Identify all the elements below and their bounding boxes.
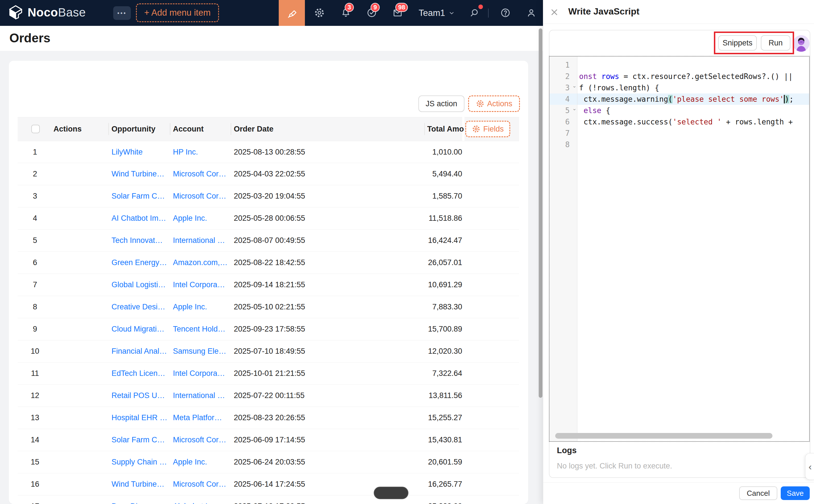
- row-index: 14: [25, 429, 45, 451]
- opportunity-link[interactable]: Wind Turbine…: [111, 473, 170, 495]
- account-link[interactable]: HP Inc.: [173, 141, 230, 163]
- total-amount-value: 15,700.89: [382, 318, 462, 340]
- opportunity-link[interactable]: Retail POS U…: [111, 385, 170, 407]
- search-icon: [469, 7, 479, 18]
- code-line[interactable]: ctx.message.success('selected ' + rows.l…: [577, 116, 810, 128]
- opportunity-link[interactable]: Hospital EHR …: [111, 407, 170, 429]
- snippets-button[interactable]: Snippets: [718, 35, 757, 51]
- opportunity-link[interactable]: Solar Farm C…: [111, 429, 170, 451]
- ui-editor-toggle-button[interactable]: [279, 0, 305, 26]
- total-amount-value: 10,691.29: [382, 274, 462, 296]
- account-link[interactable]: Intel Corpora…: [173, 363, 230, 384]
- code-token-string: 'selected ': [673, 118, 722, 126]
- order-date-value: 2025-08-22 18:42:55: [234, 252, 328, 274]
- cancel-button[interactable]: Cancel: [739, 486, 777, 500]
- account-link[interactable]: Apple Inc.: [173, 207, 230, 229]
- total-amount-value: 5,494.40: [382, 163, 462, 185]
- opportunity-link[interactable]: Financial Anal…: [111, 340, 170, 362]
- total-amount-value: 1,010.00: [382, 141, 462, 163]
- panel-collapse-button[interactable]: ‹: [805, 453, 814, 480]
- fold-chevron-icon[interactable]: ⌄: [572, 83, 576, 89]
- page-scrollbar-thumb[interactable]: [539, 28, 542, 398]
- account-link[interactable]: Microsoft Cor…: [173, 429, 230, 451]
- save-button[interactable]: Save: [781, 486, 810, 500]
- help-icon: [500, 7, 511, 18]
- opportunity-link[interactable]: Supply Chain …: [111, 451, 170, 473]
- js-action-button[interactable]: JS action: [418, 95, 464, 112]
- code-editor[interactable]: 123⌄45⌄678 onst rows = ctx.resource?.get…: [549, 56, 810, 442]
- close-icon[interactable]: [549, 7, 559, 17]
- code-token-string: 'please select some rows': [673, 95, 784, 103]
- navbar-divider: [488, 9, 489, 18]
- help-button[interactable]: [500, 7, 511, 19]
- opportunity-link[interactable]: Green Energy…: [111, 252, 170, 274]
- code-token-plain: ;: [789, 95, 794, 103]
- opportunity-link[interactable]: LilyWhite: [111, 141, 170, 163]
- code-line[interactable]: [577, 59, 810, 71]
- assistant-avatar[interactable]: [793, 35, 809, 52]
- code-line[interactable]: onst rows = ctx.resource?.getSelectedRow…: [577, 71, 810, 82]
- code-line[interactable]: else {: [577, 105, 810, 116]
- row-index: 15: [25, 451, 45, 473]
- add-menu-item-button[interactable]: + Add menu item: [136, 3, 219, 22]
- chevron-down-icon: [448, 10, 455, 16]
- total-amount-value: 12,020.30: [382, 340, 462, 362]
- account-link[interactable]: Microsoft Cor…: [173, 163, 230, 185]
- account-link[interactable]: International …: [173, 230, 230, 251]
- account-link[interactable]: Tencent Hold…: [173, 318, 230, 340]
- account-link[interactable]: Intel Corpora…: [173, 274, 230, 296]
- code-token-plain: ctx.message.warning: [579, 95, 668, 103]
- code-line[interactable]: f (!rows.length) {: [577, 82, 810, 93]
- line-number: 4: [565, 93, 570, 105]
- configure-fields-button[interactable]: Fields: [465, 121, 510, 137]
- account-link[interactable]: Samsung Ele…: [173, 340, 230, 362]
- total-amount-value: 1,585.70: [382, 185, 462, 207]
- opportunity-link[interactable]: Solar Farm C…: [111, 185, 170, 207]
- account-link[interactable]: Microsoft Cor…: [173, 185, 230, 207]
- editor-horizontal-scrollbar-thumb[interactable]: [555, 433, 773, 439]
- column-header-order-date[interactable]: Order Date: [234, 117, 328, 141]
- account-link[interactable]: Amazon.com,…: [173, 252, 230, 274]
- search-button[interactable]: [469, 7, 479, 19]
- opportunity-link[interactable]: EdTech Licen…: [111, 363, 170, 384]
- account-link[interactable]: Meta Platfor…: [173, 407, 230, 429]
- account-link[interactable]: Apple Inc.: [173, 296, 230, 318]
- fold-chevron-icon[interactable]: ⌄: [572, 105, 576, 112]
- nocobase-logo[interactable]: NocoBase: [8, 5, 86, 20]
- run-button[interactable]: Run: [761, 35, 790, 51]
- column-header-account[interactable]: Account: [173, 117, 230, 141]
- code-line[interactable]: [577, 139, 810, 150]
- opportunity-link[interactable]: Cloud Migrati…: [111, 318, 170, 340]
- table-horizontal-scrollbar-thumb[interactable]: [374, 487, 408, 499]
- opportunity-link[interactable]: Tech Innovat…: [111, 230, 170, 251]
- account-link[interactable]: Apple Inc.: [173, 451, 230, 473]
- opportunity-link[interactable]: Creative Desi…: [111, 296, 170, 318]
- gutter-line: 8: [549, 139, 577, 150]
- messages-badge: 98: [395, 3, 408, 12]
- opportunity-link[interactable]: Drug Discove…: [111, 495, 170, 504]
- menu-more-button[interactable]: •••: [113, 6, 131, 20]
- account-link[interactable]: International …: [173, 385, 230, 407]
- select-all-checkbox[interactable]: [31, 125, 40, 133]
- team-switcher[interactable]: Team1: [419, 8, 455, 18]
- total-amount-value: 16,424.47: [382, 230, 462, 251]
- editor-code-area[interactable]: onst rows = ctx.resource?.getSelectedRow…: [577, 57, 810, 441]
- column-header-opportunity[interactable]: Opportunity: [111, 117, 170, 141]
- opportunity-link[interactable]: Wind Turbine…: [111, 163, 170, 185]
- column-header-total-amount[interactable]: Total Amount: [427, 117, 464, 141]
- total-amount-value: 7,322.64: [382, 363, 462, 384]
- column-header-actions[interactable]: Actions: [53, 117, 82, 141]
- account-link[interactable]: Microsoft Cor…: [173, 473, 230, 495]
- configure-actions-button[interactable]: Actions: [468, 95, 520, 112]
- code-line[interactable]: [577, 128, 810, 139]
- code-token-plain: [579, 106, 583, 115]
- row-index: 10: [25, 340, 45, 362]
- fields-label: Fields: [483, 125, 504, 134]
- user-menu-button[interactable]: [526, 7, 537, 19]
- code-line[interactable]: ctx.message.warning('please select some …: [577, 93, 810, 105]
- opportunity-link[interactable]: Global Logisti…: [111, 274, 170, 296]
- account-link[interactable]: Alphabet Inc.: [173, 495, 230, 504]
- code-token-plain: + rows.length +: [722, 118, 793, 126]
- settings-gear-button[interactable]: [314, 7, 325, 19]
- opportunity-link[interactable]: AI Chatbot Im…: [111, 207, 170, 229]
